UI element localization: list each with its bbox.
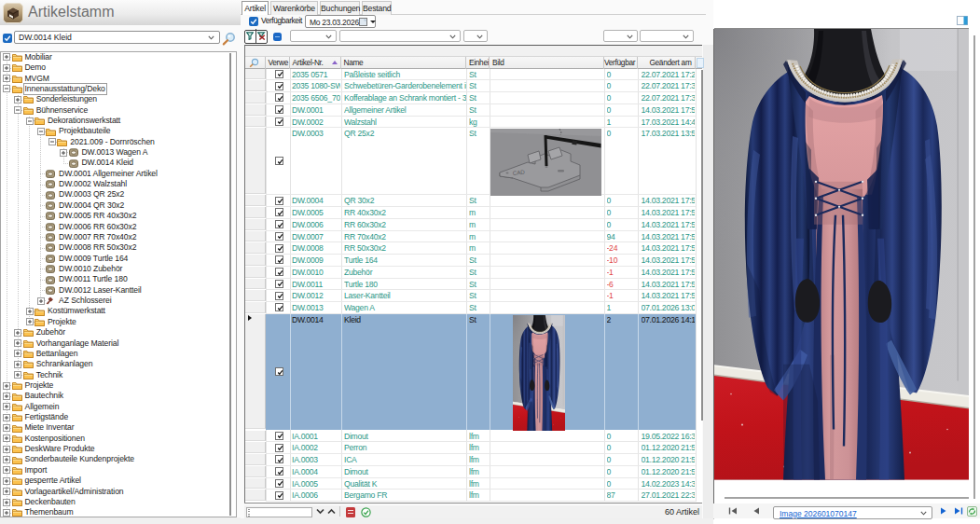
svg-text:CAD: CAD	[512, 169, 525, 176]
